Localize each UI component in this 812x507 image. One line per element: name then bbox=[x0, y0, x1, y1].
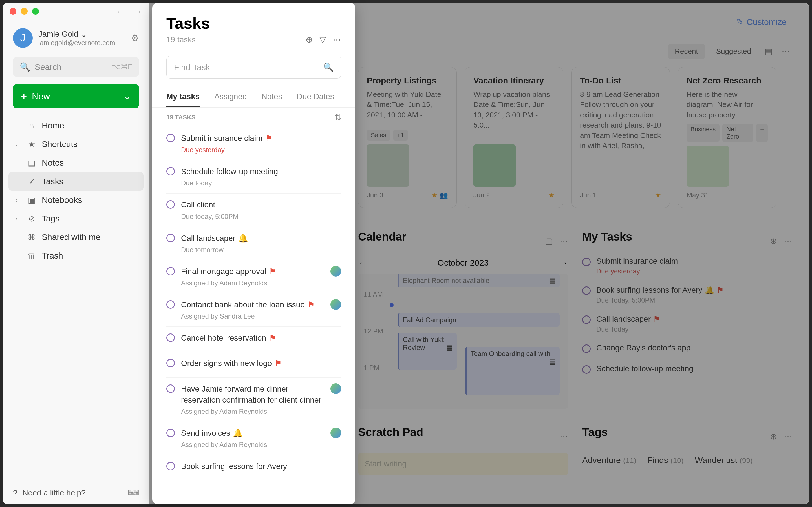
nav-notes[interactable]: ▤Notes bbox=[8, 154, 144, 172]
task-checkbox[interactable] bbox=[166, 334, 175, 342]
star-icon: ★ bbox=[27, 140, 36, 149]
nav-forward-button[interactable]: → bbox=[133, 6, 142, 17]
nav-label: Notebooks bbox=[42, 195, 82, 205]
task-meta: Due today bbox=[181, 179, 341, 187]
plus-icon: + bbox=[21, 91, 27, 102]
help-row[interactable]: ? Need a little help? ⌨ bbox=[3, 481, 149, 504]
task-checkbox[interactable] bbox=[166, 300, 175, 309]
task-title: Submit insurance claim bbox=[181, 133, 262, 144]
task-meta: Assigned by Adam Reynolds bbox=[181, 279, 324, 287]
nav-label: Shortcuts bbox=[42, 139, 78, 149]
help-icon: ? bbox=[13, 489, 17, 497]
minimize-window-button[interactable] bbox=[21, 8, 28, 15]
nav-home[interactable]: ⌂Home bbox=[8, 116, 144, 135]
task-meta: Due tomorrow bbox=[181, 246, 341, 254]
task-row[interactable]: Schedule follow-up meetingDue today bbox=[166, 160, 341, 193]
people-icon: ⌘ bbox=[27, 233, 36, 242]
task-title: Call landscaper bbox=[181, 233, 236, 244]
note-icon: ▤ bbox=[27, 158, 36, 168]
gear-icon[interactable]: ⚙ bbox=[131, 33, 139, 43]
chevron-right-icon[interactable]: › bbox=[16, 141, 21, 148]
task-title: Book surfing lessons for Avery bbox=[181, 461, 287, 472]
notebook-icon: ▣ bbox=[27, 195, 36, 205]
chevron-right-icon[interactable]: › bbox=[16, 216, 21, 222]
sort-button[interactable]: ⇅ bbox=[335, 113, 341, 122]
task-row[interactable]: Call clientDue today, 5:00PM bbox=[166, 193, 341, 227]
assignee-avatar bbox=[331, 428, 341, 438]
task-row[interactable]: Final mortgage approval ⚑Assigned by Ada… bbox=[166, 260, 341, 293]
task-count: 19 tasks bbox=[166, 35, 196, 44]
search-input[interactable]: 🔍 Search ⌥⌘F bbox=[13, 57, 139, 77]
nav-list: ⌂Home ›★Shortcuts ▤Notes ✓Tasks ›▣Notebo… bbox=[3, 112, 149, 481]
nav-back-button[interactable]: ← bbox=[115, 6, 125, 17]
task-checkbox[interactable] bbox=[166, 134, 175, 142]
task-checkbox[interactable] bbox=[166, 429, 175, 437]
task-row[interactable]: Order signs with new logo ⚑ bbox=[166, 352, 341, 378]
task-row[interactable]: Book surfing lessons for Avery bbox=[166, 455, 341, 480]
task-row[interactable]: Contanct bank about the loan issue ⚑Assi… bbox=[166, 293, 341, 327]
task-checkbox[interactable] bbox=[166, 462, 175, 470]
nav-trash[interactable]: 🗑Trash bbox=[8, 246, 144, 265]
task-row[interactable]: Submit insurance claim ⚑Due yesterday bbox=[166, 127, 341, 160]
task-checkbox[interactable] bbox=[166, 200, 175, 209]
section-label: 19 TASKS bbox=[166, 114, 196, 121]
check-circle-icon: ✓ bbox=[27, 177, 36, 186]
close-window-button[interactable] bbox=[10, 8, 16, 15]
tag-icon: ⊘ bbox=[27, 214, 36, 223]
task-title: Final mortgage approval bbox=[181, 266, 266, 277]
nav-shortcuts[interactable]: ›★Shortcuts bbox=[8, 135, 144, 154]
chevron-right-icon[interactable]: › bbox=[16, 197, 21, 203]
flag-icon: ⚑ bbox=[269, 266, 276, 277]
task-checkbox[interactable] bbox=[166, 167, 175, 175]
search-shortcut: ⌥⌘F bbox=[112, 62, 132, 71]
nav-tasks[interactable]: ✓Tasks bbox=[8, 172, 144, 191]
task-title: Order signs with new logo bbox=[181, 358, 272, 369]
search-icon: 🔍 bbox=[323, 62, 334, 72]
assignee-avatar bbox=[331, 383, 341, 394]
nav-shared[interactable]: ⌘Shared with me bbox=[8, 228, 144, 246]
fullscreen-window-button[interactable] bbox=[32, 8, 39, 15]
add-task-button[interactable]: ⊕ bbox=[306, 35, 313, 45]
flag-icon: ⚑ bbox=[269, 332, 276, 343]
task-checkbox[interactable] bbox=[166, 234, 175, 242]
keyboard-icon[interactable]: ⌨ bbox=[128, 488, 139, 497]
task-title: Send invoices bbox=[181, 428, 230, 439]
more-button[interactable]: ⋯ bbox=[333, 35, 341, 45]
flag-icon: ⚑ bbox=[274, 358, 282, 369]
task-title: Contanct bank about the loan issue bbox=[181, 299, 305, 310]
task-title: Schedule follow-up meeting bbox=[181, 166, 278, 177]
bell-icon: 🔔 bbox=[238, 233, 248, 244]
window-controls bbox=[10, 8, 39, 15]
new-button-label: New bbox=[32, 91, 50, 102]
tab-notes[interactable]: Notes bbox=[261, 87, 282, 107]
task-checkbox[interactable] bbox=[166, 359, 175, 367]
task-meta: Due yesterday bbox=[181, 146, 341, 154]
task-checkbox[interactable] bbox=[166, 385, 175, 393]
flag-icon: ⚑ bbox=[308, 299, 315, 310]
assignee-avatar bbox=[331, 299, 341, 310]
search-icon: 🔍 bbox=[20, 62, 30, 72]
task-row[interactable]: Have Jamie forward me dinner reservation… bbox=[166, 378, 341, 422]
task-meta: Assigned by Adam Reynolds bbox=[181, 407, 324, 415]
task-row[interactable]: Send invoices 🔔Assigned by Adam Reynolds bbox=[166, 422, 341, 455]
tab-due-dates[interactable]: Due Dates bbox=[297, 87, 334, 107]
task-row[interactable]: Call landscaper 🔔Due tomorrow bbox=[166, 227, 341, 260]
popover-title: Tasks bbox=[166, 14, 341, 33]
task-checkbox[interactable] bbox=[166, 267, 175, 276]
tab-my-tasks[interactable]: My tasks bbox=[166, 87, 200, 107]
nav-label: Home bbox=[42, 121, 64, 130]
task-meta: Due today, 5:00PM bbox=[181, 213, 341, 221]
help-label: Need a little help? bbox=[22, 489, 86, 497]
find-task-input[interactable]: Find Task 🔍 bbox=[166, 56, 341, 78]
task-tabs: My tasks Assigned Notes Due Dates bbox=[152, 87, 355, 108]
task-meta: Assigned by Adam Reynolds bbox=[181, 441, 324, 449]
nav-tags[interactable]: ›⊘Tags bbox=[8, 209, 144, 228]
new-button[interactable]: + New ⌄ bbox=[13, 84, 139, 108]
profile-section[interactable]: J Jamie Gold ⌄ jamiegold@evernote.com ⚙ bbox=[3, 20, 149, 54]
nav-label: Notes bbox=[42, 158, 64, 168]
task-row[interactable]: Cancel hotel reservation ⚑ bbox=[166, 327, 341, 352]
tab-assigned[interactable]: Assigned bbox=[214, 87, 247, 107]
filter-button[interactable]: ▽ bbox=[319, 35, 326, 45]
bell-icon: 🔔 bbox=[233, 428, 243, 439]
nav-notebooks[interactable]: ›▣Notebooks bbox=[8, 191, 144, 209]
